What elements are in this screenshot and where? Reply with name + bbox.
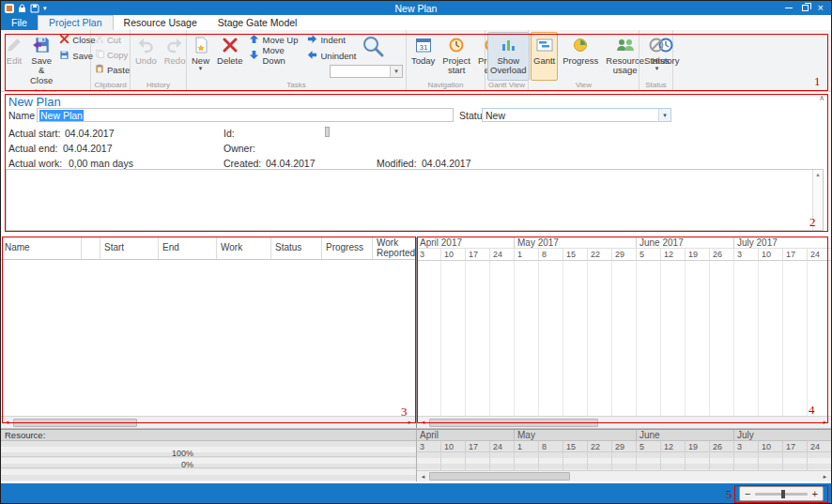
task-column-name[interactable]: Name: [1, 237, 82, 259]
unindent-button[interactable]: Unindent: [305, 48, 358, 63]
qat-dropdown-icon[interactable]: ▾: [43, 5, 47, 12]
task-column-progress[interactable]: Progress: [322, 237, 373, 259]
scroll-right-icon[interactable]: ►: [819, 474, 831, 480]
tab-file[interactable]: File: [1, 15, 38, 30]
timeline-month: July: [734, 430, 831, 440]
status-dropdown-icon: ▾: [655, 66, 659, 71]
lock-icon: [18, 0, 26, 17]
close-window-button[interactable]: ×: [818, 3, 824, 13]
restore-button[interactable]: [802, 5, 809, 11]
qat-save-icon[interactable]: [30, 0, 39, 17]
quick-access-toolbar: ▾: [1, 0, 47, 17]
copy-button[interactable]: Copy: [93, 47, 128, 62]
project-start-button[interactable]: Project start: [439, 32, 473, 81]
task-column-work-reported[interactable]: Work Reported: [373, 237, 416, 259]
scroll-right-icon[interactable]: ►: [819, 420, 831, 425]
new-task-button[interactable]: New ▾: [189, 32, 212, 81]
status-select-arrow-icon[interactable]: ▾: [658, 109, 670, 121]
timeline-week: 10: [759, 441, 783, 451]
task-search-input[interactable]: ▾: [330, 65, 403, 78]
redo-arrow-icon: [165, 34, 184, 56]
tab-resource-usage[interactable]: Resource Usage: [114, 15, 208, 30]
task-table-body[interactable]: [1, 260, 416, 416]
new-dropdown-icon: ▾: [199, 66, 203, 71]
gantt-chart-area[interactable]: [417, 261, 831, 416]
scroll-thumb[interactable]: [429, 419, 598, 427]
zoom-in-button[interactable]: +: [812, 487, 818, 500]
gantt-view-button[interactable]: Gantt: [531, 32, 558, 81]
cut-button[interactable]: Cut: [93, 32, 128, 47]
redo-button[interactable]: Redo: [162, 32, 189, 81]
progress-view-button[interactable]: Progress: [560, 32, 601, 81]
indent-button[interactable]: Indent: [305, 32, 358, 47]
arrow-up-icon: [249, 34, 259, 46]
today-button[interactable]: 31 Today: [408, 32, 438, 81]
redo-label: Redo: [164, 56, 186, 66]
scroll-right-icon[interactable]: ►: [404, 420, 416, 425]
resource-hscrollbar[interactable]: ◄ ►: [417, 470, 831, 481]
paste-button[interactable]: Paste: [93, 62, 128, 77]
minimize-button[interactable]: [785, 8, 793, 8]
status-button[interactable]: Status ▾: [641, 32, 672, 81]
task-column-start[interactable]: Start: [100, 237, 159, 259]
search-dropdown-icon[interactable]: ▾: [390, 66, 402, 77]
move-down-button[interactable]: Move Down: [247, 48, 303, 63]
zoom-control: − +: [739, 486, 824, 501]
copy-pages-icon: [95, 49, 104, 60]
timeline-week: 8: [539, 441, 563, 451]
task-column-work[interactable]: Work: [217, 237, 271, 259]
task-table-hscrollbar[interactable]: ◄ ►: [1, 416, 416, 428]
zoom-out-button[interactable]: −: [745, 487, 750, 500]
timeline-week: 8: [539, 249, 563, 260]
scroll-left-icon[interactable]: ◄: [417, 474, 429, 480]
delete-task-button[interactable]: Delete: [214, 32, 245, 81]
modified-value: 04.04.2017: [422, 158, 471, 169]
group-label-navigation: Navigation: [407, 81, 485, 91]
task-table: NameStartEndWorkStatusProgressWork Repor…: [1, 237, 417, 428]
edit-button[interactable]: Edit: [3, 32, 25, 87]
timeline-week: 26: [710, 441, 734, 451]
scroll-left-icon[interactable]: ◄: [1, 420, 13, 425]
close-x-icon: [59, 34, 69, 46]
notes-scroll-up-icon[interactable]: ▲: [813, 170, 823, 179]
notes-textarea[interactable]: ▲: [6, 169, 824, 231]
id-label: Id:: [223, 128, 235, 139]
save-and-close-button[interactable]: Save & Close: [27, 32, 55, 87]
gantt-hscrollbar[interactable]: ◄ ►: [417, 416, 831, 428]
ribbon: Edit Save & Close Close Save: [1, 30, 831, 92]
edit-label: Edit: [7, 56, 22, 66]
zoom-slider-thumb[interactable]: [781, 490, 785, 498]
show-overload-button[interactable]: Show Overload: [487, 32, 530, 81]
status-select[interactable]: New ▾: [482, 108, 671, 122]
actual-start-value: 04.04.2017: [65, 128, 115, 139]
task-column-end[interactable]: End: [159, 237, 217, 259]
task-column-status[interactable]: Status: [271, 237, 322, 259]
timeline-week: 19: [686, 249, 710, 260]
resource-chart-area[interactable]: [417, 452, 831, 471]
resource-panel: Resource: 100% 0% AprilMayJuneJuly 31017…: [1, 429, 831, 481]
ribbon-group-status: Status ▾ Status: [639, 30, 673, 91]
tab-project-plan[interactable]: Project Plan: [38, 15, 114, 30]
search-icon: [361, 34, 385, 62]
ribbon-group-actions: Edit Save & Close Close Save: [1, 30, 91, 91]
task-table-header: NameStartEndWorkStatusProgressWork Repor…: [1, 237, 416, 260]
scroll-thumb[interactable]: [429, 472, 570, 481]
arrow-down-icon: [249, 50, 259, 62]
tab-stage-gate-model[interactable]: Stage Gate Model: [208, 15, 308, 30]
task-column-blank[interactable]: [82, 237, 100, 259]
actual-work-value: 0,00 man days: [69, 158, 133, 169]
scroll-thumb[interactable]: [13, 419, 137, 427]
name-input[interactable]: New Plan: [37, 108, 454, 122]
collapse-chevron-icon[interactable]: ∧: [819, 94, 824, 102]
group-label-gantt-view: Gantt View: [485, 81, 528, 91]
scroll-left-icon[interactable]: ◄: [417, 420, 429, 425]
timeline-week: 1: [515, 441, 539, 451]
zoom-slider[interactable]: [755, 493, 807, 496]
notes-scrollbar[interactable]: ▲: [812, 170, 823, 230]
modified-label: Modified:: [377, 158, 417, 169]
undo-button[interactable]: Undo: [132, 32, 160, 81]
plan-form: New Plan ∧ Name New Plan Status New ▾ Ac…: [1, 92, 831, 237]
timeline-week: 24: [490, 441, 515, 451]
unindent-arrow-icon: [307, 50, 317, 62]
resource-scale-area: 100% 0%: [1, 441, 416, 481]
